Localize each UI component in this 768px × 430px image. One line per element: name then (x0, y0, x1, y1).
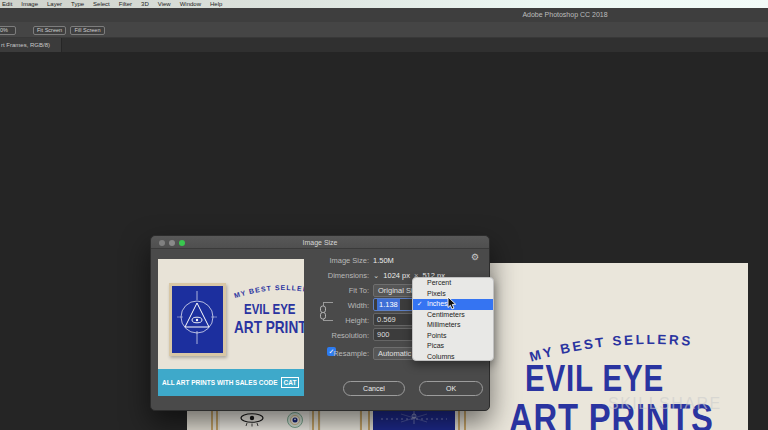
banner-code-box: CAT (281, 377, 300, 388)
blue-poster-ornament-icon (373, 410, 455, 430)
menu-layer[interactable]: Layer (47, 0, 62, 8)
fit-to-label: Fit To: (277, 286, 369, 295)
macos-menubar: Edit Image Layer Type Select Filter 3D V… (0, 0, 768, 8)
banner-text: ALL ART PRINTS WITH SALES CODE (162, 379, 278, 386)
video-watermark: SKILLSHARE (608, 395, 722, 413)
menu-type[interactable]: Type (71, 0, 84, 8)
mouse-cursor-icon (447, 297, 458, 310)
art-panel-cream (321, 410, 359, 430)
ok-button[interactable]: OK (419, 381, 483, 396)
menu-view[interactable]: View (158, 0, 171, 8)
zoom-100-button[interactable]: 0% (0, 26, 16, 35)
image-size-label: Image Size: (277, 256, 369, 265)
document-tab[interactable]: rt Frames, RGB/8) (0, 38, 62, 52)
width-value-selected: 1.138 (377, 299, 400, 310)
chevron-down-icon[interactable]: ⌄ (373, 271, 379, 280)
fill-screen-button[interactable]: Fill Screen (70, 26, 105, 35)
document-tabbar: rt Frames, RGB/8) (0, 38, 768, 52)
document-tab-label: rt Frames, RGB/8) (0, 38, 61, 52)
frame-edge-line (458, 410, 460, 430)
menu-help[interactable]: Help (210, 0, 222, 8)
frame-edge-line (216, 410, 218, 430)
menu-edit[interactable]: Edit (2, 0, 12, 8)
frame-edge-line (368, 410, 370, 430)
dimensions-width-value: 1024 px (383, 271, 410, 280)
dialog-title: Image Size (151, 239, 489, 246)
height-label: Height: (277, 316, 369, 325)
fit-screen-button[interactable]: Fit Screen (33, 26, 66, 35)
frame-edge-line (312, 410, 314, 430)
dimensions-label: Dimensions: (277, 271, 369, 280)
resolution-label: Resolution: (277, 331, 369, 340)
frame-edge-line (318, 410, 320, 430)
units-dropdown-menu: Percent Pixels ✓Inches Centimeters Milli… (412, 277, 494, 361)
menu-item-picas[interactable]: Picas (413, 341, 493, 352)
app-titlebar: Adobe Photoshop CC 2018 (0, 8, 768, 22)
framed-poster-thumb (169, 283, 226, 356)
mandala-eye-icon (285, 412, 305, 429)
menu-item-percent[interactable]: Percent (413, 278, 493, 289)
menu-filter[interactable]: Filter (119, 0, 132, 8)
cancel-button[interactable]: Cancel (343, 381, 405, 396)
preview-sale-banner: ALL ART PRINTS WITH SALES CODE CAT (158, 369, 304, 396)
app-title: Adobe Photoshop CC 2018 (522, 11, 607, 18)
evil-eye-icon (239, 413, 265, 427)
menu-item-centimeters[interactable]: Centimeters (413, 310, 493, 321)
menu-window[interactable]: Window (180, 0, 201, 8)
frame-edge-line (211, 410, 213, 430)
menu-item-inches-label: Inches (427, 300, 448, 307)
doc-artwork-strip (187, 410, 527, 430)
photoshop-screen: Edit Image Layer Type Select Filter 3D V… (0, 0, 768, 430)
width-label: Width: (277, 301, 369, 310)
menu-image[interactable]: Image (21, 0, 38, 8)
menu-select[interactable]: Select (93, 0, 110, 8)
menu-3d[interactable]: 3D (141, 0, 149, 8)
image-size-value: 1.50M (373, 256, 394, 265)
menu-item-points[interactable]: Points (413, 331, 493, 342)
frame-edge-line (360, 410, 362, 430)
checkmark-icon: ✓ (417, 299, 422, 310)
doc-headline-evil-eye: EVIL EYE (525, 358, 664, 400)
resample-label: Resample: (277, 349, 369, 358)
menu-item-millimeters[interactable]: Millimeters (413, 320, 493, 331)
frame-edge-line (464, 410, 466, 430)
dialog-titlebar[interactable]: Image Size (151, 236, 489, 249)
menu-item-columns[interactable]: Columns (413, 352, 493, 362)
eye-pyramid-icon (172, 286, 223, 353)
gear-icon[interactable]: ⚙ (471, 253, 479, 262)
options-bar: 0% Fit Screen Fill Screen (0, 22, 768, 38)
